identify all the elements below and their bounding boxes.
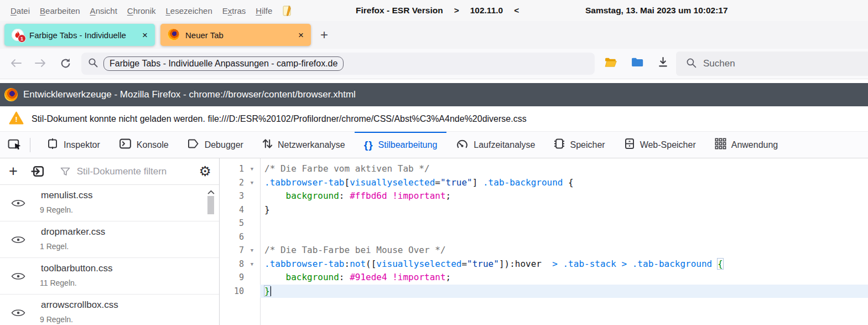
gear-icon[interactable]: ⚙ xyxy=(199,164,211,178)
warning-text: Stil-Dokument konnte nicht geladen werde… xyxy=(32,114,527,124)
import-stylesheet-button[interactable] xyxy=(31,165,45,178)
eye-icon[interactable] xyxy=(11,272,25,283)
menu-chronik[interactable]: Chronik xyxy=(122,6,161,16)
download-icon[interactable] xyxy=(657,56,669,68)
menu-lesezeichen[interactable]: Lesezeichen xyxy=(161,6,217,16)
stylesheet-item[interactable]: menulist.css9 Regeln. xyxy=(0,185,219,221)
code-text[interactable]: } xyxy=(260,285,868,298)
notes-icon[interactable] xyxy=(282,5,292,17)
back-button[interactable] xyxy=(10,58,22,68)
code-text[interactable]: /* Die Farbe vom aktiven Tab */ xyxy=(260,162,868,176)
stylesheet-name: toolbarbutton.css xyxy=(41,263,112,274)
search-field[interactable]: Suchen xyxy=(676,51,868,76)
folder-icon[interactable] xyxy=(631,56,644,68)
code-text[interactable]: /* Die Tab-Farbe bei Mouse Over */ xyxy=(260,244,868,257)
new-tab-button[interactable]: + xyxy=(316,27,332,43)
devtab-web-speicher[interactable]: Web-Speicher xyxy=(615,132,705,158)
devtab-debugger[interactable]: Debugger xyxy=(178,132,253,158)
fold-gutter xyxy=(244,230,260,244)
devtab-label: Anwendung xyxy=(731,140,778,150)
menu-hilfe[interactable]: Hilfe xyxy=(251,6,277,16)
line-number: 8 xyxy=(220,257,244,271)
braces-icon: {} xyxy=(364,139,373,151)
tab-title: Neuer Tab xyxy=(185,30,295,40)
filter-stylesheets-input[interactable]: Stil-Dokumente filtern xyxy=(77,166,167,177)
folder-open-icon[interactable] xyxy=(604,56,618,68)
devtab-stilbearbeitung[interactable]: {}Stilbearbeitung xyxy=(355,132,447,158)
devtools-tabs: InspektorKonsoleDebuggerNetzwerkanalyse{… xyxy=(37,132,787,158)
scrollbar-thumb[interactable] xyxy=(207,196,214,214)
fold-arrow-icon[interactable]: ▼ xyxy=(244,244,260,257)
code-lines: 1▼/* Die Farbe vom aktiven Tab */2▼.tabb… xyxy=(220,162,868,298)
stylesheet-sidebar: + Stil-Dokumente filtern ⚙ menulist.css9… xyxy=(0,158,220,325)
code-line-6: 6 xyxy=(220,230,868,244)
text-caret xyxy=(271,286,272,296)
browser-tab-2[interactable]: Neuer Tab× xyxy=(160,24,311,46)
stylesheet-item[interactable]: arrowscrollbox.css9 Regeln. xyxy=(0,295,219,325)
eye-icon[interactable] xyxy=(11,308,25,319)
new-stylesheet-button[interactable]: + xyxy=(9,164,18,179)
code-text[interactable]: background: #91ede4 !important; xyxy=(260,271,868,285)
pick-element-button[interactable] xyxy=(0,132,30,158)
devtab-netzwerkanalyse[interactable]: Netzwerkanalyse xyxy=(253,132,355,158)
line-number: 6 xyxy=(220,230,244,244)
browser-tab-1[interactable]: 1Farbige Tabs - Individuelle× xyxy=(4,24,155,46)
url-text[interactable]: Farbige Tabs - Individuelle Anpassungen … xyxy=(103,56,344,71)
close-icon[interactable]: × xyxy=(142,30,148,40)
fold-arrow-icon[interactable]: ▼ xyxy=(244,176,260,190)
devtab-laufzeitanalyse[interactable]: Laufzeitanalyse xyxy=(446,132,544,158)
devtab-anwendung[interactable]: Anwendung xyxy=(705,132,788,158)
reload-button[interactable] xyxy=(60,58,71,69)
code-line-4: 4} xyxy=(220,203,868,217)
code-text[interactable]: .tabbrowser-tab[visuallyselected="true"]… xyxy=(260,176,868,190)
stylesheet-name: arrowscrollbox.css xyxy=(41,300,118,311)
devtab-label: Speicher xyxy=(570,140,605,150)
line-number: 3 xyxy=(220,189,244,203)
devtab-konsole[interactable]: Konsole xyxy=(110,132,178,158)
sidebar-scrollbar[interactable] xyxy=(207,186,215,325)
svg-text:!: ! xyxy=(15,115,18,123)
code-text[interactable]: .tabbrowser-tab:not([visuallyselected="t… xyxy=(260,257,868,271)
close-icon[interactable]: × xyxy=(298,30,304,40)
devtools-toolbar: InspektorKonsoleDebuggerNetzwerkanalyse{… xyxy=(0,132,868,158)
menu-datei[interactable]: Datei xyxy=(6,6,35,16)
menu-bearbeiten[interactable]: Bearbeiten xyxy=(35,6,85,16)
tab-title: Farbige Tabs - Individuelle xyxy=(29,30,139,40)
stylesheet-item[interactable]: toolbarbutton.css11 Regeln. xyxy=(0,258,219,295)
devtab-label: Web-Speicher xyxy=(640,140,696,150)
line-number: 4 xyxy=(220,203,244,217)
fold-gutter xyxy=(244,285,260,298)
code-line-9: 9 background: #91ede4 !important; xyxy=(220,271,868,285)
inspector-icon xyxy=(46,138,59,152)
code-text[interactable]: } xyxy=(260,203,868,217)
devtab-label: Debugger xyxy=(205,140,243,150)
code-text[interactable] xyxy=(260,230,868,244)
code-text[interactable] xyxy=(260,216,868,230)
fold-gutter xyxy=(244,271,260,285)
devtab-speicher[interactable]: Speicher xyxy=(544,132,614,158)
stylesheet-item[interactable]: dropmarker.css1 Regel. xyxy=(0,221,219,258)
window-title: Entwicklerwerkzeuge - Mozilla Firefox - … xyxy=(23,89,356,100)
toolbar-divider xyxy=(30,138,30,152)
grid-icon xyxy=(715,138,726,152)
code-text[interactable]: background: #ffbd6d !important; xyxy=(260,189,868,203)
app-name: Firefox - ESR Version xyxy=(356,6,443,16)
css-code-editor[interactable]: 1▼/* Die Farbe vom aktiven Tab */2▼.tabb… xyxy=(220,158,868,325)
menu-ansicht[interactable]: Ansicht xyxy=(85,6,122,16)
code-line-10: 10} xyxy=(220,285,868,298)
eye-icon[interactable] xyxy=(11,199,25,210)
eye-icon[interactable] xyxy=(11,235,25,246)
menu-extras[interactable]: Extras xyxy=(217,6,251,16)
forward-button[interactable] xyxy=(34,58,46,68)
fold-arrow-icon[interactable]: ▼ xyxy=(244,162,260,176)
url-bar[interactable]: Farbige Tabs - Individuelle Anpassungen … xyxy=(81,53,595,75)
navigation-bar: Farbige Tabs - Individuelle Anpassungen … xyxy=(0,49,868,79)
line-number: 9 xyxy=(220,271,244,285)
perf-icon xyxy=(456,138,469,152)
stylesheet-name: menulist.css xyxy=(41,190,93,201)
menu-items: DateiBearbeitenAnsichtChronikLesezeichen… xyxy=(0,6,277,16)
firefox-favicon xyxy=(168,29,180,41)
stylesheet-rule-count: 9 Regeln. xyxy=(40,205,73,214)
devtab-inspektor[interactable]: Inspektor xyxy=(37,132,110,158)
fold-arrow-icon[interactable]: ▼ xyxy=(244,257,260,271)
